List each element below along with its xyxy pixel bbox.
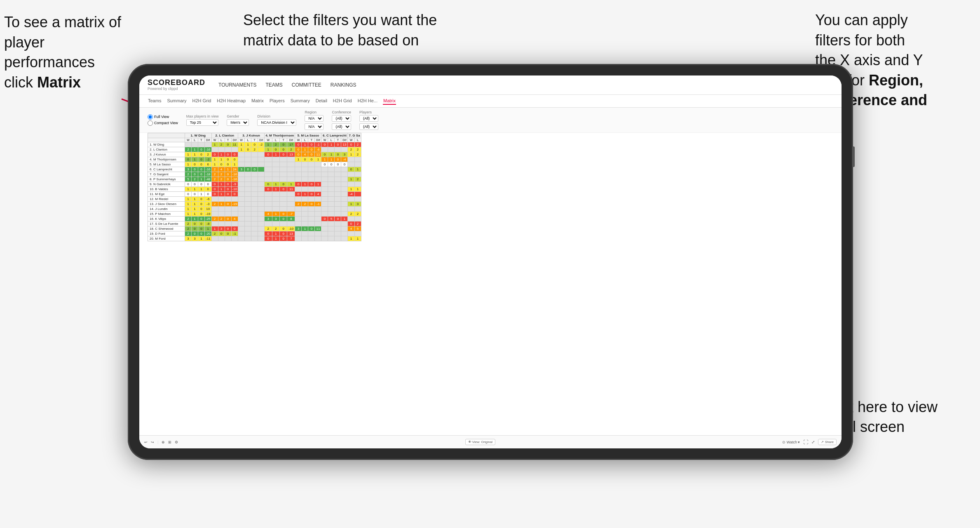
- matrix-cell: 0: [279, 182, 287, 186]
- radio-compact-view[interactable]: [148, 120, 153, 126]
- matrix-cell: [265, 167, 272, 172]
- filter-gender-select[interactable]: Men's: [227, 119, 249, 126]
- matrix-cell: [245, 191, 251, 196]
- matrix-cell: 1: [185, 162, 192, 167]
- matrix-cell: 0: [198, 221, 205, 226]
- matrix-cell: [335, 191, 341, 196]
- matrix-cell: 0: [225, 162, 231, 167]
- matrix-cell: [272, 191, 279, 196]
- matrix-cell: [354, 172, 361, 177]
- matrix-cell: [328, 172, 335, 177]
- toolbar-undo[interactable]: ↩: [144, 440, 148, 444]
- filter-conference: Conference (All) (All): [332, 110, 351, 130]
- toolbar-redo[interactable]: ↪: [151, 440, 154, 444]
- view-radio-group: Full View Compact View: [148, 114, 178, 126]
- toolbar-share-button[interactable]: ↗ Share: [818, 439, 837, 445]
- col-header-7: 7. G Sa: [348, 133, 361, 138]
- matrix-cell: 0: [192, 226, 198, 231]
- matrix-cell: 0: [211, 152, 218, 157]
- filter-conference-select1[interactable]: (All): [332, 115, 351, 122]
- matrix-cell: 1: [348, 152, 354, 157]
- filter-region-select1[interactable]: N/A: [305, 115, 324, 122]
- filter-division-select[interactable]: NCAA Division I: [257, 119, 296, 126]
- matrix-cell: 1: [302, 142, 308, 147]
- matrix-cell: [198, 142, 205, 147]
- tab-players[interactable]: Players: [269, 97, 285, 105]
- matrix-cell: 1: [211, 162, 218, 167]
- matrix-cell: [302, 177, 308, 182]
- matrix-cell: -1: [231, 231, 238, 236]
- matrix-cell: [287, 172, 295, 177]
- toolbar-grid[interactable]: ⊞: [168, 440, 171, 444]
- matrix-cell: -11: [205, 236, 212, 241]
- filter-gender-label: Gender: [227, 114, 249, 118]
- matrix-cell: -10: [231, 186, 238, 191]
- tab-matrix-main[interactable]: Matrix: [251, 97, 264, 105]
- filter-conference-select2[interactable]: (All): [332, 123, 351, 130]
- matrix-cell: [335, 231, 341, 236]
- tab-h2h-grid[interactable]: H2H Grid: [192, 97, 211, 105]
- tab-detail[interactable]: Detail: [315, 97, 328, 105]
- filter-max-select[interactable]: Top 25: [186, 119, 219, 126]
- matrix-cell: [302, 162, 308, 167]
- matrix-cell: [238, 236, 245, 241]
- matrix-cell: [328, 177, 335, 182]
- nav-tournaments[interactable]: TOURNAMENTS: [218, 80, 257, 90]
- table-row: 2. L Clanton210-161021002010-622: [148, 147, 361, 152]
- matrix-cell: [251, 196, 258, 201]
- nav-committee[interactable]: COMMITTEE: [291, 80, 322, 90]
- matrix-cell: 0: [205, 182, 212, 186]
- matrix-cell: [295, 231, 302, 236]
- matrix-cell: 0: [279, 226, 287, 231]
- nav-rankings[interactable]: RANKINGS: [330, 80, 357, 90]
- matrix-cell: [315, 172, 321, 177]
- matrix-cell: 2: [211, 167, 218, 172]
- tab-teams[interactable]: Teams: [148, 97, 162, 105]
- matrix-cell: [335, 172, 341, 177]
- toolbar-fullscreen-icon[interactable]: ⛶: [803, 439, 808, 445]
- matrix-cell: 1: [198, 186, 205, 191]
- matrix-cell: [231, 206, 238, 211]
- matrix-cell: 0: [192, 182, 198, 186]
- sh-t6: T: [335, 138, 341, 142]
- matrix-cell: [335, 177, 341, 182]
- matrix-cell: 2: [354, 142, 361, 147]
- matrix-cell: [192, 142, 198, 147]
- tab-matrix-active[interactable]: Matrix: [383, 97, 396, 105]
- sh-l2: L: [218, 138, 225, 142]
- tab-h2h-heatmap[interactable]: H2H Heatmap: [216, 97, 246, 105]
- tab-h2h-grid2[interactable]: H2H Grid: [333, 97, 352, 105]
- matrix-cell: [308, 177, 315, 182]
- toolbar-expand[interactable]: ⤢: [811, 440, 815, 444]
- matrix-cell: [287, 206, 295, 211]
- tab-h2hhe[interactable]: H2H He...: [357, 97, 378, 105]
- matrix-cell: 0: [335, 162, 341, 167]
- matrix-cell: 4: [302, 152, 308, 157]
- matrix-cell: [308, 216, 315, 221]
- matrix-cell: 0: [295, 152, 302, 157]
- matrix-cell: [335, 186, 341, 191]
- toolbar-view-original[interactable]: 👁 View: Original: [465, 439, 495, 445]
- toolbar-zoom[interactable]: ⊕: [162, 440, 165, 444]
- matrix-cell: [295, 162, 302, 167]
- sh-t1: T: [198, 138, 205, 142]
- col-header-2: 2. L Clanton: [211, 133, 238, 138]
- matrix-cell: 0: [245, 147, 251, 152]
- toolbar-settings[interactable]: ⚙: [175, 440, 178, 444]
- sh-l4: L: [272, 138, 279, 142]
- matrix-cell: 0: [211, 186, 218, 191]
- toolbar-watch[interactable]: ⊙ Watch ▾: [782, 440, 800, 444]
- tab-summary2[interactable]: Summary: [290, 97, 310, 105]
- matrix-cell: 2: [185, 221, 192, 226]
- filter-players-select1[interactable]: (All): [359, 115, 378, 122]
- matrix-cell: [279, 177, 287, 182]
- matrix-cell: 0: [295, 182, 302, 186]
- radio-full-view[interactable]: [148, 114, 153, 120]
- tab-summary[interactable]: Summary: [166, 97, 187, 105]
- matrix-container: 1. W Ding 2. L Clanton 3. J Koivun 4. M …: [139, 133, 842, 445]
- matrix-cell: 0: [192, 191, 198, 196]
- filter-region-select2[interactable]: N/A: [305, 123, 324, 130]
- nav-teams[interactable]: TEAMS: [265, 80, 283, 90]
- filter-players-select2[interactable]: (All): [359, 123, 378, 130]
- tablet-power-button[interactable]: [852, 146, 855, 167]
